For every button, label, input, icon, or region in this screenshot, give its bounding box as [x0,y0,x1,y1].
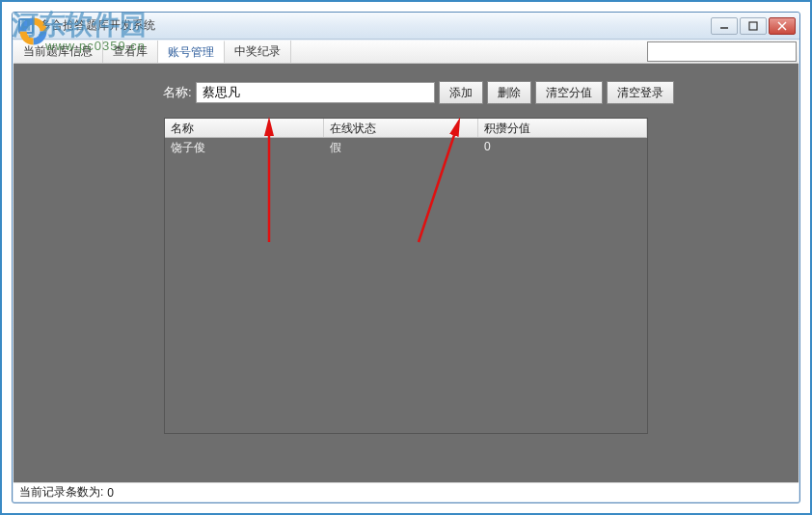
app-icon [18,18,34,34]
minimize-button[interactable] [711,17,738,35]
cell-name: 饶子俊 [165,138,324,157]
main-panel: 名称: 添加 删除 清空分值 清空登录 名称 在线状态 积攒分值 饶子俊 [14,64,798,482]
table-row[interactable]: 饶子俊 假 0 [165,138,647,157]
maximize-button[interactable] [740,17,767,35]
clear-score-button[interactable]: 清空分值 [535,81,603,104]
tab-bar: 当前题库信息 查看库 账号管理 中奖纪录 [14,41,798,64]
tab-view-bank[interactable]: 查看库 [103,41,158,63]
app-window: 多合抢答题库开发系统 当前题库信息 查看库 账号管理 中奖纪录 [12,12,800,503]
window-controls [711,17,796,35]
delete-button[interactable]: 删除 [487,81,531,104]
tab-current-bank[interactable]: 当前题库信息 [14,41,103,63]
grid-header: 名称 在线状态 积攒分值 [165,119,647,138]
tab-account-manage[interactable]: 账号管理 [158,41,225,63]
form-row: 名称: 添加 删除 清空分值 清空登录 [14,64,798,112]
tab-prize-record[interactable]: 中奖纪录 [225,41,291,63]
add-button[interactable]: 添加 [439,81,483,104]
cell-status: 假 [324,138,478,157]
window-title: 多合抢答题库开发系统 [40,17,711,34]
content-area: 当前题库信息 查看库 账号管理 中奖纪录 名称: 添加 删除 清空分值 清空登录 [14,41,798,501]
svg-rect-2 [749,22,757,30]
status-label: 当前记录条数为: [19,484,103,501]
toolbar-search-box[interactable] [647,41,797,62]
name-input[interactable] [196,82,435,103]
column-name[interactable]: 名称 [165,119,324,137]
column-status[interactable]: 在线状态 [324,119,478,137]
clear-login-button[interactable]: 清空登录 [607,81,674,104]
svg-rect-0 [20,20,32,32]
status-value: 0 [107,486,114,500]
name-label: 名称: [163,84,192,101]
cell-score: 0 [478,138,647,157]
close-button[interactable] [769,17,796,35]
titlebar: 多合抢答题库开发系统 [13,13,799,40]
data-grid: 名称 在线状态 积攒分值 饶子俊 假 0 [164,118,648,434]
column-score[interactable]: 积攒分值 [478,119,647,137]
status-bar: 当前记录条数为: 0 [14,482,798,501]
